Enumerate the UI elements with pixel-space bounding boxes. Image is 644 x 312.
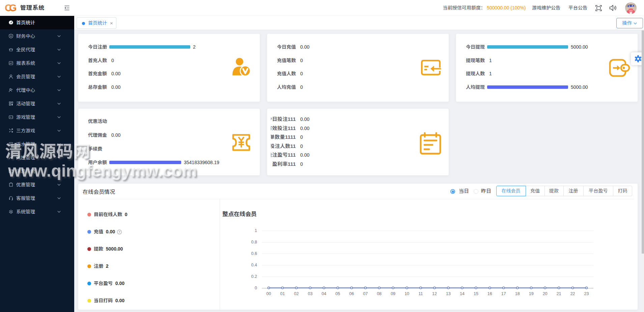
svg-text:04: 04 [321, 291, 326, 296]
svg-text:0.6: 0.6 [251, 251, 257, 256]
svg-text:1: 1 [255, 228, 257, 233]
svg-text:CG: CG [5, 3, 16, 13]
svg-text:08: 08 [377, 291, 382, 296]
svg-text:05: 05 [335, 291, 340, 296]
svg-text:10: 10 [404, 291, 409, 296]
svg-text:19: 19 [529, 291, 534, 296]
svg-text:18: 18 [515, 291, 520, 296]
svg-text:0.2: 0.2 [251, 274, 257, 279]
svg-text:00: 00 [267, 291, 271, 296]
svg-text:21: 21 [557, 291, 561, 296]
svg-text:09: 09 [391, 291, 395, 296]
svg-text:22: 22 [570, 291, 575, 296]
svg-text:23: 23 [584, 291, 589, 296]
svg-text:16: 16 [487, 291, 492, 296]
svg-text:0: 0 [255, 286, 257, 290]
svg-text:0.8: 0.8 [251, 240, 257, 244]
svg-text:06: 06 [349, 291, 354, 296]
svg-text:01: 01 [280, 291, 285, 296]
svg-text:12: 12 [432, 291, 437, 296]
svg-text:14: 14 [460, 291, 465, 296]
svg-text:?: ? [118, 230, 120, 234]
svg-text:11: 11 [419, 291, 423, 296]
svg-text:13: 13 [446, 291, 451, 296]
svg-text:02: 02 [294, 291, 299, 296]
svg-text:15: 15 [474, 291, 478, 296]
svg-text:20: 20 [543, 291, 548, 296]
svg-text:17: 17 [501, 291, 506, 296]
svg-text:0.4: 0.4 [251, 263, 257, 267]
svg-text:07: 07 [363, 291, 368, 296]
svg-text:03: 03 [308, 291, 312, 296]
